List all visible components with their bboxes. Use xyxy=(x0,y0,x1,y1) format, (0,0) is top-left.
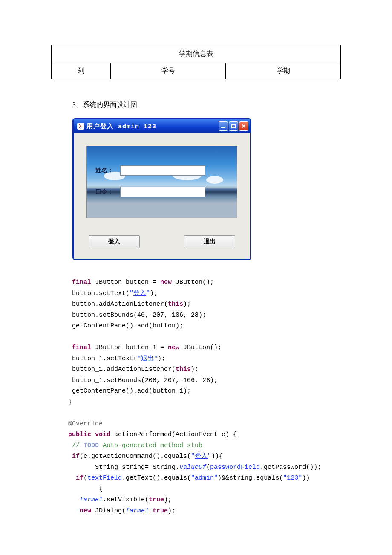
section-heading: 3、系统的界面设计图 xyxy=(72,101,341,110)
col-header-2: 学期 xyxy=(226,63,341,79)
password-label: 口令： xyxy=(95,188,117,196)
close-button[interactable]: ✕ xyxy=(239,121,248,131)
titlebar: 用户登入 admin 123 ✕ xyxy=(74,119,250,133)
code-block: final JButton button = new JButton(); bu… xyxy=(68,277,341,516)
semester-info-table: 学期信息表 列 学号 学期 xyxy=(51,45,341,79)
login-panel: 姓名： 口令： xyxy=(86,146,237,218)
button-row: 登入 退出 xyxy=(86,235,237,248)
col-header-1: 学号 xyxy=(111,63,226,79)
table-title: 学期信息表 xyxy=(52,45,341,63)
password-input[interactable] xyxy=(120,187,205,197)
minimize-button[interactable] xyxy=(219,121,228,131)
login-window: 用户登入 admin 123 ✕ 姓名： 口令： 登入 退出 xyxy=(72,118,251,260)
login-button[interactable]: 登入 xyxy=(89,235,140,248)
name-input[interactable] xyxy=(120,165,205,176)
exit-button[interactable]: 退出 xyxy=(184,235,235,248)
maximize-button[interactable] xyxy=(229,121,238,131)
name-label: 姓名： xyxy=(95,167,117,174)
window-controls: ✕ xyxy=(219,121,248,131)
col-header-0: 列 xyxy=(52,63,111,79)
content-pane: 姓名： 口令： 登入 退出 xyxy=(74,133,250,259)
java-app-icon xyxy=(77,123,84,130)
window-title: 用户登入 admin 123 xyxy=(86,122,216,130)
